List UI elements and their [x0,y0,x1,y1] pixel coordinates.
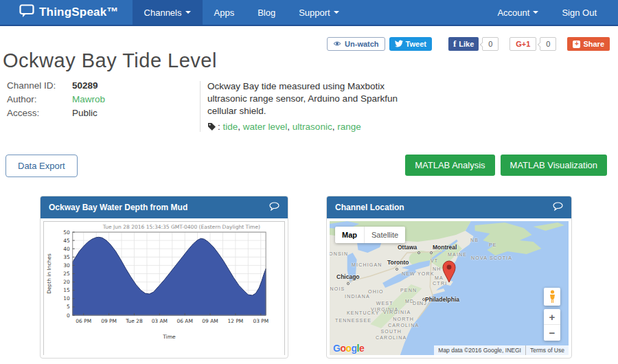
map-state-label-illinois: ILLINOIS [330,286,345,293]
chevron-down-icon [533,11,538,14]
svg-text:15: 15 [63,287,70,293]
map-state-label-north-carolina: NORTH CAROLINA [388,317,419,329]
channel-info-table: Channel ID:50289Author:MawrobAccess:Publ… [7,80,189,122]
nav-item-sign-out[interactable]: Sign Out [550,0,608,25]
svg-text:06 AM: 06 AM [177,318,193,324]
city-dot [422,298,425,301]
zoom-in-button[interactable]: + [544,309,560,325]
chevron-down-icon [185,11,191,14]
channel-location-map[interactable]: WISCONSINMICHIGANNEW YORKILLINOISOHIOIND… [330,221,569,355]
tag-link-range[interactable]: range [337,122,361,132]
info-row-author: Author:Mawrob [7,94,189,104]
map-city-label-philadelphia: Philadelphia [425,296,459,304]
svg-text:45: 45 [63,238,70,244]
svg-text:30: 30 [63,262,70,269]
google-plus-one-button[interactable]: G+1 [510,37,536,51]
nav-item-support[interactable]: Support [287,0,351,25]
map-attribution: Map data ©2016 Google, INEGI Terms of Us… [434,345,569,355]
map-panel-title: Channel Location [335,203,404,212]
tag-link-tide[interactable]: tide [223,122,238,132]
svg-text:50: 50 [63,229,70,236]
matlab-analysis-button[interactable]: MATLAB Analysis [405,155,494,176]
map-state-label-tennessee: TENNESSEE [335,318,371,324]
chart-panel-title: Ockway Bay Water Depth from Mud [49,203,187,212]
gplus-count-badge: 0 [540,37,556,51]
info-row-access: Access:Public [7,108,189,118]
map-state-label-ct: CT [433,281,441,287]
map-state-label-new-york: NEW YORK [402,271,435,277]
svg-text:10: 10 [63,295,70,302]
chart-panel-header: Ockway Bay Water Depth from Mud [41,196,288,218]
unwatch-button[interactable]: Un-watch [327,37,385,51]
share-button[interactable]: + Share [567,37,610,51]
svg-text:09 PM: 09 PM [101,318,117,324]
comment-bubble-icon[interactable] [269,202,279,213]
svg-text:09 AM: 09 AM [202,318,218,324]
svg-text:Tue 28: Tue 28 [125,318,143,324]
map-state-label-nova-scotia: NOVA SCOTIA [471,255,512,262]
info-value-channel-id: 50289 [72,80,98,91]
map-city-label-chicago: Chicago [336,273,360,281]
city-dot [396,268,398,271]
map-panel-header: Channel Location [327,196,571,218]
comment-bubble-icon[interactable] [553,202,563,213]
google-logo[interactable]: Google [333,343,364,354]
map-state-label-indiana: INDIANA [345,294,370,300]
channel-description-block: Ockway Bay tide measured using Maxbotix … [207,80,415,133]
eye-icon [333,40,341,48]
info-row-channel-id: Channel ID:50289 [7,80,189,91]
svg-text:0: 0 [67,312,70,319]
tags-line: : tide, water level, ultrasonic, range [207,121,415,133]
svg-text:03 PM: 03 PM [253,318,268,324]
svg-text:03 AM: 03 AM [152,318,168,324]
nav-item-account[interactable]: Account [485,0,550,25]
svg-text:5: 5 [67,304,70,310]
svg-text:12 PM: 12 PM [228,318,244,324]
tag-link-ultrasonic[interactable]: ultrasonic [293,122,332,132]
chart-panel: Ockway Bay Water Depth from Mud 05101520… [40,196,288,359]
nav-item-apps[interactable]: Apps [203,0,247,25]
facebook-like-button[interactable]: f Like [448,37,479,51]
svg-text:Time: Time [162,334,176,340]
twitter-bird-icon [395,40,403,49]
terms-of-use-link[interactable]: Terms of Use [525,345,569,355]
svg-text:40: 40 [63,246,70,252]
nav-links: ChannelsAppsBlogSupport [133,0,351,25]
share-plus-icon: + [573,41,580,48]
matlab-visualization-button[interactable]: MATLAB Visualization [501,155,607,176]
tag-icon [207,122,216,131]
map-view-button[interactable]: Map [335,227,365,243]
nav-links-right: AccountSign Out [485,0,608,25]
map-state-label-kentucky: KENTUCKY [347,310,380,317]
water-depth-chart[interactable]: 0510152025303540455006 PM09 PMTue 2803 A… [43,221,285,355]
city-dot [417,251,420,254]
nav-item-blog[interactable]: Blog [246,0,287,25]
svg-text:20: 20 [63,279,70,285]
tags-list: : tide, water level, ultrasonic, range [218,121,361,133]
map-city-label-ottawa: Ottawa [398,244,417,251]
svg-text:25: 25 [63,271,70,277]
street-view-pegman[interactable] [544,288,560,306]
nav-item-channels[interactable]: Channels [133,0,203,25]
matlab-actions: MATLAB Analysis MATLAB Visualization [405,155,607,176]
svg-text:06 PM: 06 PM [76,318,91,324]
info-value-author[interactable]: Mawrob [72,94,105,104]
like-count-badge: 0 [482,37,499,51]
svg-text:Tue Jun 28 2016 15:34:35 GMT-0: Tue Jun 28 2016 15:34:35 GMT-0400 (Easte… [102,224,260,230]
chevron-down-icon [334,11,339,14]
map-state-label-penn: PENN [400,288,417,294]
info-label: Author: [7,94,72,104]
satellite-view-button[interactable]: Satellite [365,227,405,243]
tweet-button[interactable]: Tweet [389,37,432,51]
svg-text:Depth in Inches: Depth in Inches [46,253,52,294]
data-export-button[interactable]: Data Export [5,155,78,177]
location-marker-pin[interactable] [440,260,458,286]
svg-text:35: 35 [63,254,70,260]
map-state-label-michigan: MICHIGAN [352,262,382,269]
channel-description: Ockway Bay tide measured using Maxbotix … [207,80,415,118]
tag-link-water-level[interactable]: water level [243,122,288,132]
thingspeak-logo[interactable]: ThingSpeak™ [0,0,133,25]
map-state-label-vt: VT [431,258,438,264]
zoom-out-button[interactable]: − [544,325,560,341]
thingspeak-channel-page: ThingSpeak™ ChannelsAppsBlogSupport Acco… [0,0,618,364]
